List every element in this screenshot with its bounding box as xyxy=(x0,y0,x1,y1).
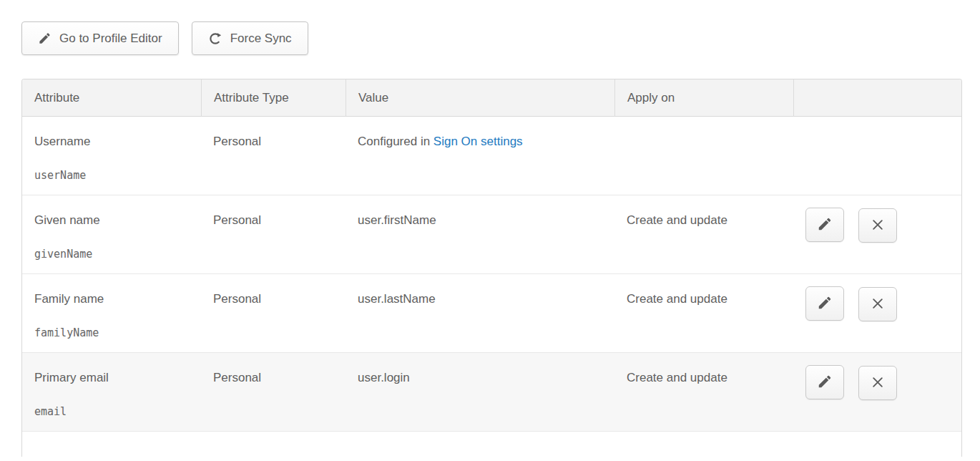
apply-on-value: Create and update xyxy=(627,291,786,307)
attribute-variable-name: email xyxy=(34,404,194,419)
go-to-profile-editor-button[interactable]: Go to Profile Editor xyxy=(21,21,179,55)
header-attribute: Attribute xyxy=(22,79,201,117)
pencil-icon xyxy=(817,374,833,392)
attribute-label: Given name xyxy=(34,213,194,228)
attribute-value: Configured in Sign On settings xyxy=(358,134,607,150)
apply-on-value: Create and update xyxy=(627,213,786,228)
table-row-username: Username userName Personal Configured in… xyxy=(22,117,961,195)
table-row-family-name: Family name familyName Personal user.las… xyxy=(22,274,961,353)
attribute-value: user.lastName xyxy=(358,291,607,307)
pencil-icon xyxy=(38,31,52,45)
edit-attribute-button[interactable] xyxy=(805,208,844,242)
table-row-primary-email: Primary email email Personal user.login … xyxy=(22,353,961,432)
table-header-row: Attribute Attribute Type Value Apply on xyxy=(22,79,961,117)
header-attribute-type: Attribute Type xyxy=(201,79,346,117)
delete-attribute-button[interactable] xyxy=(858,366,897,400)
apply-on-value: Create and update xyxy=(627,370,786,386)
delete-attribute-button[interactable] xyxy=(858,287,897,321)
refresh-icon xyxy=(208,31,222,46)
value-prefix-text: Configured in xyxy=(358,135,433,148)
edit-attribute-button[interactable] xyxy=(805,286,844,321)
force-sync-button[interactable]: Force Sync xyxy=(192,21,308,55)
header-actions xyxy=(793,79,961,117)
toolbar: Go to Profile Editor Force Sync xyxy=(21,21,308,55)
profile-mappings-page: Go to Profile Editor Force Sync Attribut… xyxy=(0,0,980,461)
attribute-variable-name: givenName xyxy=(34,247,194,261)
attribute-label: Family name xyxy=(34,291,194,307)
attribute-value: user.login xyxy=(358,370,607,386)
go-to-profile-editor-label: Go to Profile Editor xyxy=(59,31,162,46)
sign-on-settings-link[interactable]: Sign On settings xyxy=(433,135,523,148)
close-icon xyxy=(871,375,885,392)
attribute-type: Personal xyxy=(213,291,338,307)
attribute-label: Primary email xyxy=(34,370,194,386)
attribute-variable-name: familyName xyxy=(34,326,194,340)
header-value: Value xyxy=(346,79,614,117)
attribute-mappings-table: Attribute Attribute Type Value Apply on … xyxy=(21,79,962,457)
table-row-cutoff xyxy=(22,432,961,457)
force-sync-label: Force Sync xyxy=(230,31,292,46)
edit-attribute-button[interactable] xyxy=(805,365,844,399)
attribute-type: Personal xyxy=(213,370,338,386)
pencil-icon xyxy=(817,216,833,234)
attribute-type: Personal xyxy=(213,213,338,228)
close-icon xyxy=(871,218,885,234)
attribute-variable-name: userName xyxy=(34,168,194,183)
attribute-value: user.firstName xyxy=(358,213,607,228)
close-icon xyxy=(871,296,885,313)
table-row-given-name: Given name givenName Personal user.first… xyxy=(22,195,961,274)
pencil-icon xyxy=(817,295,833,313)
delete-attribute-button[interactable] xyxy=(858,208,897,243)
attribute-type: Personal xyxy=(213,134,338,150)
header-apply-on: Apply on xyxy=(614,79,793,117)
attribute-label: Username xyxy=(34,134,194,150)
